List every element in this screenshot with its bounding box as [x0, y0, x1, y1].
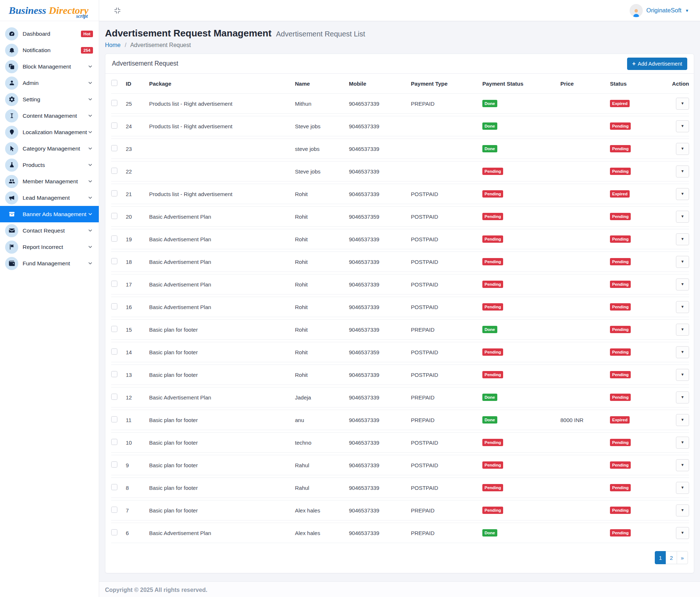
- row-action-dropdown-button[interactable]: ▼: [676, 346, 689, 358]
- sidebar-item-banner-ads-management[interactable]: Banner Ads Management: [0, 206, 99, 222]
- row-checkbox[interactable]: [111, 168, 117, 174]
- pagination-page-1[interactable]: 1: [655, 551, 666, 564]
- row-action-dropdown-button[interactable]: ▼: [676, 504, 689, 516]
- sidebar-item-products[interactable]: Products: [0, 157, 99, 173]
- cell-mobile: 9046537339: [349, 184, 411, 204]
- row-checkbox[interactable]: [111, 348, 117, 355]
- sidebar-item-content-management[interactable]: Content Management: [0, 108, 99, 124]
- row-action-dropdown-button[interactable]: ▼: [676, 143, 689, 155]
- sidebar-item-report-incorrect[interactable]: Report Incorrect: [0, 239, 99, 255]
- row-checkbox[interactable]: [111, 484, 117, 490]
- row-action-dropdown-button[interactable]: ▼: [676, 233, 689, 245]
- row-checkbox[interactable]: [111, 326, 117, 332]
- caret-down-icon: ▼: [681, 531, 684, 535]
- row-checkbox[interactable]: [111, 461, 117, 468]
- sidebar-item-setting[interactable]: Setting: [0, 91, 99, 108]
- row-action-dropdown-button[interactable]: ▼: [676, 482, 689, 494]
- row-checkbox[interactable]: [111, 281, 117, 287]
- cell-payment-status: Pending: [482, 251, 560, 272]
- row-checkbox[interactable]: [111, 507, 117, 513]
- chevron-down-icon: [88, 261, 93, 266]
- cell-mobile: 9046537339: [349, 251, 411, 272]
- row-checkbox[interactable]: [111, 122, 117, 129]
- select-all-cell: [111, 76, 126, 91]
- table-row: 12Basic Advertisement PlanJadeja90465373…: [111, 387, 689, 407]
- row-checkbox[interactable]: [111, 439, 117, 445]
- cell-status: Pending: [610, 364, 667, 385]
- cell-payment-type: PREPAID: [411, 387, 482, 407]
- cell-action: ▼: [667, 410, 689, 430]
- pagination-next-button[interactable]: »: [677, 551, 688, 564]
- cell-payment-type: PREPAID: [411, 500, 482, 520]
- row-action-dropdown-button[interactable]: ▼: [676, 256, 689, 268]
- row-select-cell: [111, 319, 126, 340]
- row-checkbox[interactable]: [111, 235, 117, 242]
- row-action-dropdown-button[interactable]: ▼: [676, 301, 689, 313]
- row-action-dropdown-button[interactable]: ▼: [676, 120, 689, 132]
- caret-down-icon: ▼: [681, 508, 684, 512]
- cell-status: Pending: [610, 387, 667, 407]
- caret-down-icon: ▼: [685, 8, 689, 13]
- sidebar-item-dashboard[interactable]: DashboardHot: [0, 26, 99, 42]
- pending-badge: Pending: [610, 258, 631, 265]
- sidebar-item-lead-management[interactable]: Lead Management: [0, 190, 99, 206]
- row-action-dropdown-button[interactable]: ▼: [676, 188, 689, 200]
- pagination-page-2[interactable]: 2: [666, 551, 677, 564]
- cell-name: Rohit: [295, 342, 349, 362]
- user-menu[interactable]: OriginateSoft ▼: [630, 4, 689, 17]
- select-all-checkbox[interactable]: [111, 80, 117, 86]
- envelope-icon: [5, 224, 18, 237]
- row-select-cell: [111, 116, 126, 136]
- cell-mobile: 9046537359: [349, 342, 411, 362]
- breadcrumb-home-link[interactable]: Home: [105, 42, 121, 48]
- row-action-dropdown-button[interactable]: ▼: [676, 527, 689, 539]
- row-checkbox[interactable]: [111, 213, 117, 219]
- sidebar-item-member-management[interactable]: Member Management: [0, 173, 99, 190]
- sidebar-item-contact-request[interactable]: Contact Request: [0, 222, 99, 239]
- user-name: OriginateSoft: [646, 7, 681, 14]
- pending-badge: Pending: [610, 281, 631, 288]
- row-checkbox[interactable]: [111, 416, 117, 422]
- row-action-dropdown-button[interactable]: ▼: [676, 278, 689, 290]
- row-checkbox[interactable]: [111, 529, 117, 535]
- compress-icon[interactable]: [114, 7, 121, 14]
- row-checkbox[interactable]: [111, 303, 117, 309]
- logo[interactable]: Business Directory script: [0, 0, 99, 21]
- sidebar-item-localization-management[interactable]: Localization Management: [0, 124, 99, 140]
- sidebar-item-admin[interactable]: Admin: [0, 75, 99, 91]
- sidebar-badge: Hot: [81, 31, 93, 37]
- sidebar-item-fund-management[interactable]: Fund Management: [0, 255, 99, 272]
- row-action-dropdown-button[interactable]: ▼: [676, 414, 689, 426]
- cell-mobile: 9046537339: [349, 161, 411, 182]
- table-row: 17Basic Advertisement PlanRohit904653733…: [111, 274, 689, 294]
- row-action-dropdown-button[interactable]: ▼: [676, 369, 689, 381]
- row-action-dropdown-button[interactable]: ▼: [676, 437, 689, 449]
- row-action-dropdown-button[interactable]: ▼: [676, 211, 689, 223]
- cell-name: steve jobs: [295, 138, 349, 159]
- sidebar-item-label: Member Management: [23, 178, 88, 185]
- cell-name: Rohit: [295, 319, 349, 340]
- cell-status: Pending: [610, 229, 667, 249]
- flag-icon: [5, 241, 18, 254]
- row-checkbox[interactable]: [111, 100, 117, 106]
- row-checkbox[interactable]: [111, 394, 117, 400]
- row-checkbox[interactable]: [111, 145, 117, 151]
- sidebar-item-notification[interactable]: Notification254: [0, 42, 99, 58]
- row-action-dropdown-button[interactable]: ▼: [676, 98, 689, 110]
- column-header-price: Price: [560, 76, 610, 91]
- sidebar-item-block-management[interactable]: Block Management: [0, 58, 99, 75]
- row-action-dropdown-button[interactable]: ▼: [676, 324, 689, 336]
- row-action-dropdown-button[interactable]: ▼: [676, 459, 689, 471]
- row-select-cell: [111, 138, 126, 159]
- row-action-dropdown-button[interactable]: ▼: [676, 165, 689, 177]
- logo-word-script: script: [76, 14, 88, 19]
- cell-id: 7: [126, 500, 149, 520]
- cell-payment-status: Pending: [482, 184, 560, 204]
- add-advertisement-button[interactable]: + Add Advertisement: [627, 58, 687, 70]
- row-action-dropdown-button[interactable]: ▼: [676, 391, 689, 403]
- sidebar-item-category-management[interactable]: Category Management: [0, 140, 99, 157]
- row-checkbox[interactable]: [111, 258, 117, 264]
- row-checkbox[interactable]: [111, 371, 117, 377]
- pending-badge: Pending: [610, 213, 631, 220]
- row-checkbox[interactable]: [111, 190, 117, 196]
